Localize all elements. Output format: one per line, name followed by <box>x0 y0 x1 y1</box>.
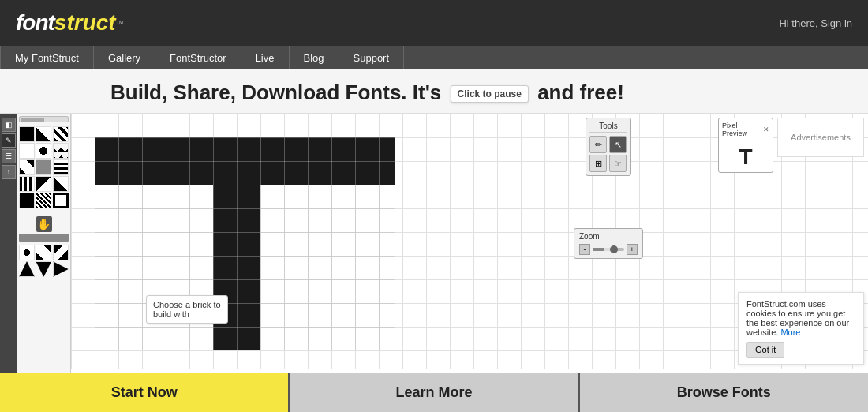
brick-gray[interactable] <box>36 159 51 175</box>
brick-fine-diagonal[interactable] <box>36 193 51 208</box>
brick-h-stripe[interactable] <box>53 159 69 175</box>
zoom-title: Zoom <box>579 232 638 241</box>
brick-circle[interactable] <box>36 143 51 159</box>
brick-solid-black[interactable] <box>19 126 35 142</box>
start-now-button[interactable]: Start Now <box>0 373 290 412</box>
logo: fontstruct™ <box>16 10 124 36</box>
zoom-out-btn[interactable]: - <box>579 244 590 255</box>
nav-bar: My FontStruct Gallery FontStructor Live … <box>0 46 868 69</box>
brick-outline[interactable] <box>53 193 69 208</box>
brick-tooltip: Choose a brick to build with <box>146 295 228 324</box>
brick-black-2[interactable] <box>19 193 35 208</box>
nav-item-support[interactable]: Support <box>339 46 405 69</box>
brick-diagonal-2[interactable] <box>19 159 35 175</box>
zoom-slider[interactable] <box>593 248 624 251</box>
toolbar-btn-1[interactable]: ◧ <box>2 118 16 132</box>
brick-diagonal-stripe[interactable] <box>53 126 69 142</box>
hero-headline: Build, Share, Download Fonts. It's Click… <box>110 81 852 105</box>
nav-item-my-fontstruct[interactable]: My FontStruct <box>0 46 94 69</box>
brick-diagonal-half[interactable] <box>36 126 51 142</box>
logo-struct-text: struct <box>54 10 116 36</box>
pause-tooltip[interactable]: Click to pause <box>451 85 529 103</box>
tools-grid: ✏ ↖ ⊞ ☞ <box>589 136 627 172</box>
toolbar-btn-3[interactable]: ☰ <box>2 149 16 163</box>
preview-letter: T <box>722 139 769 174</box>
brick-triangle[interactable] <box>19 261 35 277</box>
cta-bar: Start Now Learn More Browse Fonts <box>0 373 868 412</box>
toolbar-btn-4[interactable]: ↕ <box>2 165 16 179</box>
cookie-more-link[interactable]: More <box>780 328 800 337</box>
nav-item-live[interactable]: Live <box>241 46 290 69</box>
tools-panel: Tools ✏ ↖ ⊞ ☞ <box>586 118 631 176</box>
headline-before: Build, Share, Download Fonts. It's <box>110 81 447 104</box>
pixel-preview-panel: Pixel Preview ✕ T <box>718 118 773 173</box>
logo-font-text: font <box>16 10 54 36</box>
brick-grid-2 <box>17 243 70 279</box>
preview-close-btn[interactable]: ✕ <box>763 125 769 133</box>
ads-panel: Advertisements <box>777 118 864 157</box>
tools-title: Tools <box>589 122 627 133</box>
tool-pencil[interactable]: ✏ <box>589 136 607 153</box>
tooltip-line1: Choose a brick to <box>153 300 221 309</box>
nav-item-gallery[interactable]: Gallery <box>94 46 155 69</box>
sign-in-link[interactable]: Sign in <box>821 17 852 29</box>
brick-grid <box>17 125 70 210</box>
pattern-panel: ✋ <box>17 114 71 408</box>
browse-fonts-button[interactable]: Browse Fonts <box>580 373 868 412</box>
tool-pointer[interactable]: ☞ <box>609 155 627 172</box>
brick-tr-half[interactable] <box>36 176 51 192</box>
header: fontstruct™ Hi there, Sign in <box>0 0 868 46</box>
zoom-panel: Zoom - + <box>574 228 643 259</box>
letter-t-stem <box>213 185 260 350</box>
headline-after: and free! <box>532 81 624 104</box>
greeting-text: Hi there, <box>779 17 817 29</box>
cookie-got-it-btn[interactable]: Got it <box>746 342 784 358</box>
brick-v-stripe[interactable] <box>19 176 35 192</box>
left-toolbar: ◧ ✎ ☰ ↕ <box>0 114 17 408</box>
brick-empty[interactable] <box>19 143 35 159</box>
ads-label: Advertisements <box>791 133 851 142</box>
font-editor: Tools ✏ ↖ ⊞ ☞ Pixel Preview ✕ T Zoom - <box>71 114 868 408</box>
learn-more-button[interactable]: Learn More <box>290 373 579 412</box>
logo-tm: ™ <box>116 19 124 28</box>
tooltip-line2: build with <box>153 309 221 319</box>
letter-t-top-bar <box>95 137 395 185</box>
brick-slant[interactable] <box>53 245 69 260</box>
brick-arrow[interactable] <box>53 261 69 277</box>
brick-br-half[interactable] <box>53 176 69 192</box>
cookie-notice: FontStruct.com uses cookies to ensure yo… <box>738 292 864 365</box>
tool-grid[interactable]: ⊞ <box>589 155 607 172</box>
cursor-tool-btn[interactable]: ✋ <box>36 216 52 232</box>
nav-item-fontstructor[interactable]: FontStructor <box>155 46 241 69</box>
brick-x[interactable] <box>36 245 51 260</box>
brick-triangle-down[interactable] <box>36 261 51 277</box>
zoom-controls: - + <box>579 244 638 255</box>
header-right: Hi there, Sign in <box>779 17 852 29</box>
preview-header: Pixel Preview ✕ <box>722 122 769 137</box>
zoom-in-btn[interactable]: + <box>627 244 638 255</box>
toolbar-btn-2[interactable]: ✎ <box>2 133 16 148</box>
hero-section: Build, Share, Download Fonts. It's Click… <box>0 69 868 114</box>
brick-dot[interactable] <box>19 245 35 260</box>
nav-item-blog[interactable]: Blog <box>290 46 339 69</box>
brick-checker[interactable] <box>53 143 69 159</box>
main-area: ◧ ✎ ☰ ↕ ✋ <box>0 114 868 408</box>
tool-cursor[interactable]: ↖ <box>609 136 627 153</box>
zoom-slider-handle[interactable] <box>610 245 618 253</box>
preview-title-text: Pixel Preview <box>722 122 763 137</box>
